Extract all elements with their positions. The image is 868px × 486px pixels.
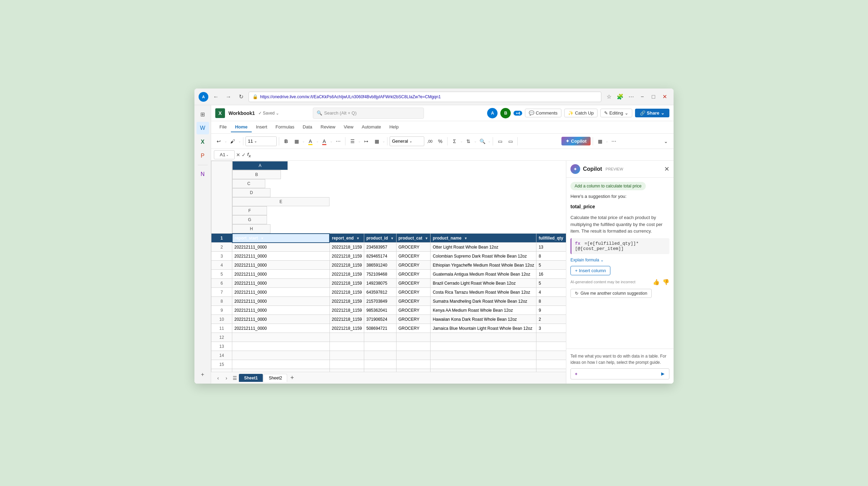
browser-settings-icon[interactable]: ⋯: [626, 92, 636, 102]
cell-B13[interactable]: [329, 342, 364, 351]
catchup-button[interactable]: ✨ Catch Up: [564, 109, 598, 117]
cell-B9[interactable]: 20221218_1159: [329, 306, 364, 315]
forward-button[interactable]: →: [224, 92, 233, 102]
ribbon-tab-help[interactable]: Help: [385, 122, 403, 132]
cell-B2[interactable]: 20221218_1159: [329, 243, 364, 252]
cell-E9[interactable]: Kenya AA Medium Roast Whole Bean 12oz: [431, 306, 536, 315]
cell-A2[interactable]: 202212111_0000: [232, 243, 330, 252]
borders-button[interactable]: ▦: [292, 136, 301, 146]
cell-E2[interactable]: Otter Light Roast Whole Bean 12oz: [431, 243, 536, 252]
cell-F13[interactable]: [536, 342, 566, 351]
cell-A9[interactable]: 202212111_0000: [232, 306, 330, 315]
col-header-D[interactable]: D: [232, 188, 270, 197]
cell-E4[interactable]: Ethiopian Yirgacheffe Medium Roast Whole…: [431, 261, 536, 270]
ribbon-tab-automate[interactable]: Automate: [358, 122, 385, 132]
undo-button[interactable]: ↩: [214, 136, 224, 146]
copilot-chat-input[interactable]: [581, 371, 657, 377]
cell-B6[interactable]: 20221218_1159: [329, 279, 364, 288]
address-bar[interactable]: 🔒 https://onedrive.live.com/w:/t/EaCKkPs…: [249, 92, 601, 102]
cell-E10[interactable]: Hawaiian Kona Dark Roast Whole Bean 12oz: [431, 315, 536, 324]
cell-C16[interactable]: [364, 369, 396, 372]
number-format-select[interactable]: General ⌄: [390, 136, 424, 146]
cell-E3[interactable]: Colombian Supremo Dark Roast Whole Bean …: [431, 252, 536, 261]
cell-C15[interactable]: [364, 360, 396, 369]
col-header-E[interactable]: E: [232, 197, 329, 206]
cell-B3[interactable]: 20221218_1159: [329, 252, 364, 261]
cell-C3[interactable]: 829465174: [364, 252, 396, 261]
col-header-F[interactable]: F: [232, 206, 267, 215]
cell-A10[interactable]: 202212111_0000: [232, 315, 330, 324]
cell-A3[interactable]: 202212111_0000: [232, 252, 330, 261]
find-button[interactable]: 🔍: [477, 136, 487, 146]
cell-A8[interactable]: 202212111_0000: [232, 297, 330, 306]
browser-extensions-icon[interactable]: 🧩: [615, 92, 625, 102]
cell-D6[interactable]: GROCERY: [396, 279, 431, 288]
font-color-button[interactable]: A: [319, 136, 329, 146]
fill-color-button[interactable]: A: [306, 136, 315, 146]
merge-button[interactable]: ▦: [372, 136, 382, 146]
copilot-button[interactable]: ✦ Copilot: [561, 137, 591, 145]
ribbon-tab-insert[interactable]: Insert: [252, 122, 272, 132]
col-header-C[interactable]: C: [232, 179, 265, 188]
cell-E14[interactable]: [431, 351, 536, 360]
cell-A7[interactable]: 202212111_0000: [232, 288, 330, 297]
copilot-close-button[interactable]: ✕: [664, 165, 669, 173]
cell-A16[interactable]: [232, 369, 330, 372]
insert-column-button[interactable]: + Insert column: [570, 266, 610, 275]
cell-C8[interactable]: 215703849: [364, 297, 396, 306]
format-painter-button[interactable]: 🖌: [228, 136, 237, 146]
cell-F15[interactable]: [536, 360, 566, 369]
cell-F7[interactable]: 4: [536, 288, 566, 297]
explain-formula-button[interactable]: Explain formula ⌄: [570, 258, 669, 262]
share-button[interactable]: 🔗 Share ⌄: [635, 109, 669, 117]
cell-C6[interactable]: 149238075: [364, 279, 396, 288]
cell-A12[interactable]: [232, 333, 330, 342]
cell-B11[interactable]: 20221218_1159: [329, 324, 364, 333]
sidebar-add-icon[interactable]: +: [197, 368, 209, 381]
cell-C10[interactable]: 371906524: [364, 315, 396, 324]
cell-B16[interactable]: [329, 369, 364, 372]
cell-D3[interactable]: GROCERY: [396, 252, 431, 261]
ribbon-tab-view[interactable]: View: [340, 122, 358, 132]
cancel-formula-icon[interactable]: ✕: [236, 152, 240, 158]
ribbon-tab-home[interactable]: Home: [231, 122, 252, 132]
wrap-text-button[interactable]: ↦: [361, 136, 371, 146]
refresh-button[interactable]: ↻: [236, 92, 246, 102]
cell-B8[interactable]: 20221218_1159: [329, 297, 364, 306]
comma-style-button[interactable]: ,00: [425, 136, 435, 146]
browser-star-icon[interactable]: ☆: [604, 92, 614, 102]
cell-D4[interactable]: GROCERY: [396, 261, 431, 270]
cell-F9[interactable]: 9: [536, 306, 566, 315]
cell-A14[interactable]: [232, 351, 330, 360]
cell-E11[interactable]: Jamaica Blue Mountain Light Roast Whole …: [431, 324, 536, 333]
cell-D11[interactable]: GROCERY: [396, 324, 431, 333]
sidebar-onenote-icon[interactable]: N: [197, 168, 209, 181]
cell-A13[interactable]: [232, 342, 330, 351]
percent-button[interactable]: %: [435, 136, 445, 146]
cell-reference-box[interactable]: A1 ⌄: [214, 150, 235, 159]
cell-C14[interactable]: [364, 351, 396, 360]
cell-D2[interactable]: GROCERY: [396, 243, 431, 252]
sidebar-word-icon[interactable]: W: [197, 122, 209, 134]
col-header-G[interactable]: G: [232, 215, 267, 224]
cell-F8[interactable]: 8: [536, 297, 566, 306]
thumbs-down-button[interactable]: 👎: [662, 279, 669, 285]
sort-button[interactable]: ⇅: [464, 136, 473, 146]
cell-E5[interactable]: Guatemala Antigua Medium Roast Whole Bea…: [431, 270, 536, 279]
cell-A4[interactable]: 202212111_0000: [232, 261, 330, 270]
col-header-H[interactable]: H: [232, 224, 270, 233]
expand-toolbar-button[interactable]: ⌄: [661, 136, 671, 146]
cell-B5[interactable]: 20221218_1159: [329, 270, 364, 279]
back-button[interactable]: ←: [211, 92, 221, 102]
cell-E16[interactable]: [431, 369, 536, 372]
cell-D5[interactable]: GROCERY: [396, 270, 431, 279]
col-header-B[interactable]: B: [232, 170, 281, 179]
cell-B15[interactable]: [329, 360, 364, 369]
cell-C5[interactable]: 752109468: [364, 270, 396, 279]
cell-C9[interactable]: 985362041: [364, 306, 396, 315]
another-suggestion-button[interactable]: ↻ Give me another column suggestion: [570, 289, 652, 298]
editing-button[interactable]: ✎ Editing ⌄: [600, 109, 632, 117]
thumbs-up-button[interactable]: 👍: [653, 279, 660, 285]
cell-F2[interactable]: 13: [536, 243, 566, 252]
ribbon-tab-formulas[interactable]: Formulas: [272, 122, 299, 132]
